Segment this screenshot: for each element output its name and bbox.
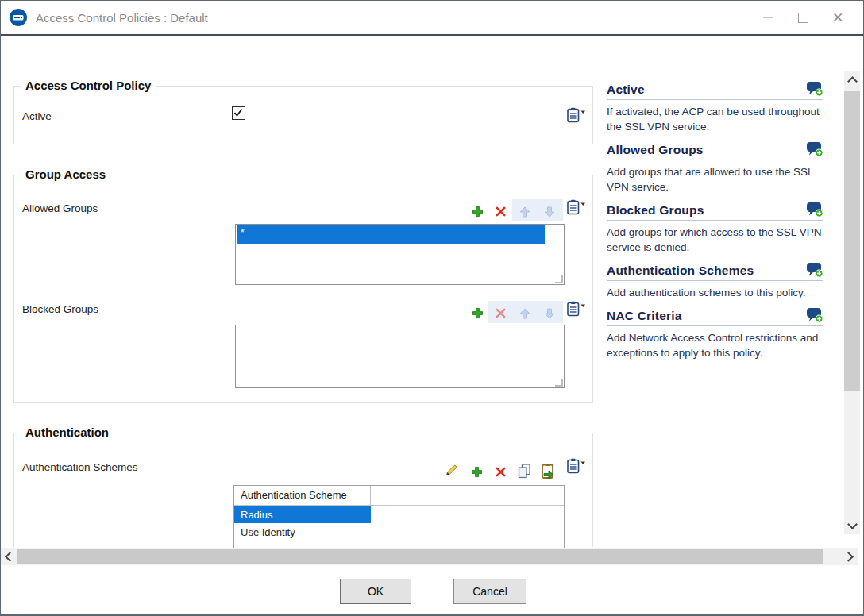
edit-icon [443, 464, 458, 479]
scroll-left-button[interactable] [1, 548, 15, 565]
allowed-groups-listbox[interactable]: * [235, 224, 565, 285]
blocked-menu-button[interactable] [566, 301, 587, 317]
table-row[interactable]: Use Identity [234, 523, 564, 541]
blocked-groups-listbox[interactable] [235, 325, 565, 388]
help-entry-title: Blocked Groups [607, 203, 704, 218]
ok-button[interactable]: OK [340, 579, 411, 604]
horizontal-scrollbar[interactable] [1, 548, 858, 565]
section-access-control-policy: Access Control Policy [14, 86, 593, 144]
blocked-delete-button[interactable] [493, 306, 507, 320]
horizontal-scroll-thumb[interactable] [17, 549, 824, 564]
chevron-right-icon [843, 552, 854, 562]
help-bubble-icon [806, 262, 824, 278]
vertical-scroll-thumb[interactable] [844, 91, 860, 391]
menu-dropdown-icon [567, 301, 586, 317]
move-up-icon [519, 206, 530, 218]
menu-dropdown-icon [567, 107, 586, 123]
cancel-button[interactable]: Cancel [453, 579, 526, 604]
delete-icon [495, 466, 507, 478]
scheme-delete-button[interactable] [493, 464, 507, 479]
help-entry-header: NAC Criteria [607, 307, 824, 323]
move-down-icon [544, 308, 555, 319]
maximize-button[interactable] [785, 6, 820, 29]
chevron-down-icon [847, 519, 858, 529]
delete-icon [495, 206, 507, 218]
table-row[interactable]: Radius [234, 506, 564, 523]
minimize-icon [763, 17, 773, 18]
scheme-menu-button[interactable] [566, 458, 587, 474]
title-bar: Access Control Policies : Default ✕ [1, 1, 863, 36]
section-title: Access Control Policy [21, 79, 156, 92]
allowed-listbox-resize-grip[interactable] [555, 275, 563, 283]
help-entry-header: Allowed Groups [607, 141, 824, 157]
help-divider [607, 99, 824, 100]
blocked-move-down-button[interactable] [542, 306, 557, 321]
active-label: Active [22, 110, 52, 122]
help-entry-title: Allowed Groups [607, 143, 704, 157]
authentication-schemes-label: Authentication Schemes [22, 461, 138, 473]
move-down-icon [544, 206, 555, 218]
scroll-right-button[interactable] [843, 548, 858, 565]
active-checkbox[interactable] [232, 106, 245, 120]
allowed-menu-button[interactable] [566, 199, 587, 215]
chevron-up-icon [847, 76, 858, 87]
checkmark-icon [233, 108, 243, 117]
allowed-move-down-button[interactable] [542, 205, 557, 219]
allowed-groups-label: Allowed Groups [22, 202, 98, 214]
allowed-delete-button[interactable] [493, 204, 507, 218]
minimize-button[interactable] [750, 6, 785, 29]
section-title: Group Access [21, 167, 110, 181]
import-icon [540, 463, 556, 479]
allowed-group-item-selected[interactable]: * [237, 225, 545, 244]
scroll-down-button[interactable] [844, 517, 860, 534]
section-title: Authentication [21, 425, 114, 439]
help-divider [607, 160, 824, 160]
scheme-edit-button[interactable] [442, 463, 458, 479]
table-header-row: Authentication Scheme [234, 486, 564, 506]
blocked-move-up-button[interactable] [518, 306, 532, 321]
blocked-add-button[interactable] [470, 306, 484, 320]
help-bubble-icon [806, 202, 824, 218]
help-divider [607, 325, 824, 326]
help-entry-header: Active [607, 81, 824, 97]
window-title: Access Control Policies : Default [36, 11, 208, 25]
copy-icon [517, 464, 531, 479]
vertical-scrollbar[interactable] [844, 71, 860, 534]
blocked-listbox-resize-grip[interactable] [555, 379, 563, 387]
scheme-import-button[interactable] [539, 462, 557, 479]
scroll-up-button[interactable] [844, 71, 860, 88]
app-icon [9, 8, 28, 27]
help-entry-title: Active [607, 83, 645, 97]
add-icon [471, 466, 483, 478]
blocked-groups-label: Blocked Groups [22, 303, 98, 315]
help-divider [607, 280, 824, 281]
chevron-left-icon [5, 552, 15, 562]
allowed-add-button[interactable] [470, 204, 484, 218]
table-cell[interactable]: Radius [234, 506, 371, 523]
menu-dropdown-icon [567, 199, 586, 215]
help-entry-title: Authentication Schemes [607, 264, 754, 278]
help-entry-text: If activated, the ACP can be used throug… [607, 104, 824, 134]
table-cell[interactable]: Use Identity [234, 523, 371, 541]
scheme-copy-button[interactable] [516, 463, 532, 479]
add-icon [472, 307, 484, 319]
help-bubble-icon [806, 81, 824, 97]
authentication-schemes-table[interactable]: Authentication Scheme Radius Use Identit… [233, 485, 565, 548]
scheme-add-button[interactable] [469, 464, 484, 479]
maximize-icon [798, 13, 808, 23]
active-menu-button[interactable] [566, 107, 587, 123]
help-entry-text: Add Network Access Control restrictions … [607, 330, 824, 360]
allowed-move-up-button[interactable] [518, 205, 532, 219]
help-entry-header: Authentication Schemes [607, 262, 824, 278]
help-entry-title: NAC Criteria [607, 309, 682, 323]
table-column-header[interactable]: Authentication Scheme [234, 486, 371, 505]
help-entry-text: Add groups for which access to the SSL V… [607, 225, 824, 255]
dialog-window: Access Control Policies : Default ✕ Acce… [0, 0, 864, 616]
help-entry-header: Blocked Groups [607, 202, 824, 218]
help-bubble-icon [806, 307, 824, 323]
close-button[interactable]: ✕ [820, 6, 855, 29]
add-icon [472, 206, 484, 218]
help-bubble-icon [806, 141, 824, 157]
close-icon: ✕ [832, 11, 843, 25]
menu-dropdown-icon [567, 458, 586, 474]
